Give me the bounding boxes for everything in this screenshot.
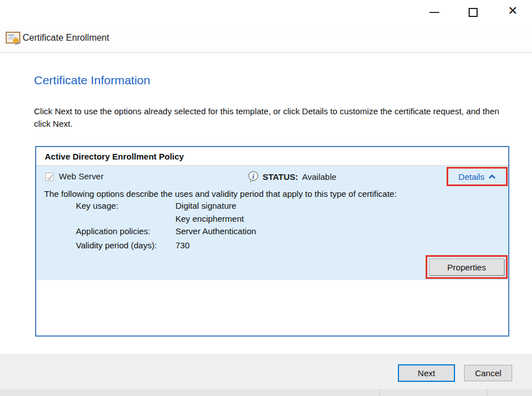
- next-button[interactable]: Next: [398, 364, 455, 382]
- properties-button[interactable]: Properties: [429, 259, 504, 276]
- template-name-label: Web Server: [59, 171, 104, 181]
- property-row-key-usage: Key usage:Digital signature: [76, 201, 237, 210]
- property-label: Application policies:: [76, 226, 175, 236]
- properties-annotation-box: Properties: [426, 255, 508, 279]
- property-row-application-policies: Application policies:Server Authenticati…: [76, 226, 256, 236]
- page-title: Certificate Information: [34, 74, 150, 87]
- certificate-enrollment-window: ✕ Certificate Enrollment Certificate Inf…: [0, 0, 532, 396]
- property-value: Digital signature: [175, 201, 237, 210]
- status-label: STATUS:: [263, 172, 298, 182]
- options-description: The following options describe the uses …: [44, 189, 397, 199]
- template-details-section: Web Server i STATUS: Available Details: [36, 166, 508, 280]
- maximize-icon[interactable]: [469, 8, 478, 17]
- status-group: i STATUS: Available: [248, 171, 336, 182]
- property-row-key-encipherment: Key encipherment: [76, 214, 244, 223]
- chevron-up-icon[interactable]: [488, 171, 496, 182]
- property-value: 730: [175, 240, 190, 250]
- background-artifact: [487, 389, 487, 396]
- title-bar: ✕: [0, 0, 532, 25]
- window-title: Certificate Enrollment: [23, 33, 109, 43]
- web-server-checkbox[interactable]: [45, 173, 54, 181]
- enrollment-policy-panel: Active Directory Enrollment Policy Web S…: [35, 146, 509, 337]
- info-icon: i: [248, 171, 259, 182]
- details-link[interactable]: Details: [458, 172, 484, 182]
- property-value: Server Authentication: [175, 226, 256, 236]
- property-row-validity-period: Validity period (days):730: [76, 240, 190, 250]
- instruction-text: Click Next to use the options already se…: [34, 105, 516, 130]
- checkmark-icon: [46, 174, 54, 181]
- property-label: Validity period (days):: [76, 240, 175, 250]
- minimize-icon[interactable]: [430, 12, 439, 13]
- details-annotation-box[interactable]: Details: [447, 167, 508, 186]
- panel-empty-area: [36, 280, 508, 335]
- policy-panel-title: Active Directory Enrollment Policy: [36, 147, 508, 166]
- property-label: Key usage:: [76, 201, 175, 210]
- cancel-button[interactable]: Cancel: [464, 365, 512, 381]
- certificate-icon: [6, 32, 20, 45]
- property-value: Key encipherment: [175, 214, 244, 223]
- bottom-edge-strip: [0, 389, 532, 396]
- wizard-header: Certificate Enrollment: [0, 25, 532, 53]
- background-artifact: [379, 389, 380, 396]
- status-value: Available: [302, 172, 337, 182]
- close-icon[interactable]: ✕: [506, 3, 520, 18]
